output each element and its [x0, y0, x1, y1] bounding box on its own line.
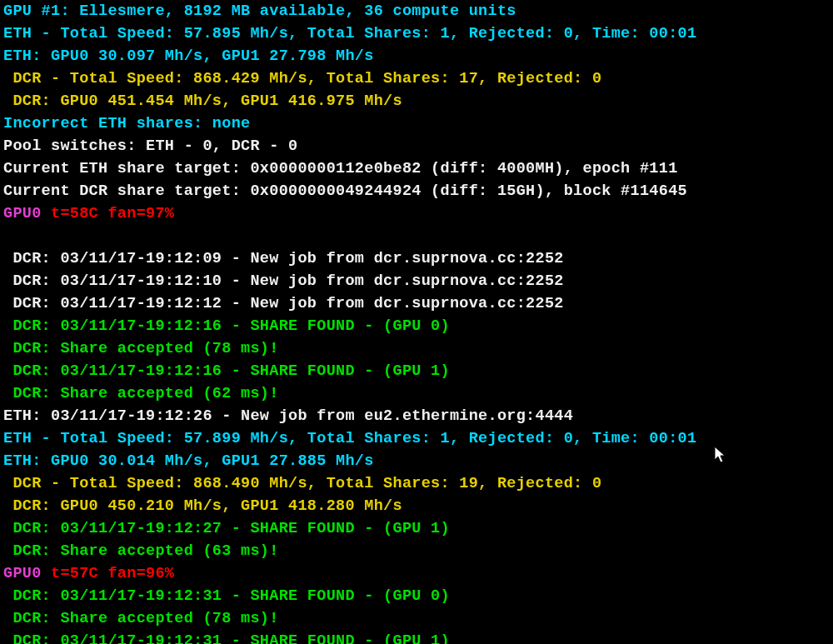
terminal-line: DCR: 03/11/17-19:12:31 - SHARE FOUND - (… [3, 585, 830, 607]
terminal-line: DCR: GPU0 450.210 Mh/s, GPU1 418.280 Mh/… [3, 495, 830, 517]
terminal-line: DCR: 03/11/17-19:12:16 - SHARE FOUND - (… [3, 360, 830, 382]
terminal-segment: DCR: 03/11/17-19:12:09 - New job from dc… [3, 250, 564, 267]
terminal-line: DCR: Share accepted (78 ms)! [3, 607, 830, 630]
terminal-line: GPU #1: Ellesmere, 8192 MB available, 36… [3, 0, 830, 22]
terminal-segment: t=57C fan=96% [42, 565, 175, 582]
terminal-line: DCR: Share accepted (62 ms)! [3, 382, 830, 405]
terminal-segment: ETH - Total Speed: 57.899 Mh/s, Total Sh… [3, 430, 696, 447]
terminal-line: DCR: 03/11/17-19:12:09 - New job from dc… [3, 247, 830, 270]
terminal-segment: DCR: 03/11/17-19:12:12 - New job from dc… [3, 295, 564, 312]
terminal-segment: DCR: Share accepted (63 ms)! [3, 542, 279, 560]
terminal-segment: DCR: GPU0 450.210 Mh/s, GPU1 418.280 Mh/… [3, 497, 402, 515]
terminal-line [3, 225, 830, 247]
terminal-line: DCR: 03/11/17-19:12:12 - New job from dc… [3, 292, 830, 315]
terminal-segment: DCR: 03/11/17-19:12:27 - SHARE FOUND - (… [3, 520, 450, 537]
terminal-line: Pool switches: ETH - 0, DCR - 0 [3, 135, 830, 157]
terminal-segment: GPU #1: Ellesmere, 8192 MB available, 36… [3, 2, 516, 20]
terminal-segment: Pool switches: ETH - 0, DCR - 0 [3, 137, 297, 155]
terminal-segment: DCR: 03/11/17-19:12:16 - SHARE FOUND - (… [3, 317, 450, 335]
terminal-line: GPU0 t=57C fan=96% [3, 562, 830, 585]
terminal-segment: ETH: GPU0 30.097 Mh/s, GPU1 27.798 Mh/s [3, 47, 374, 65]
terminal-line: Incorrect ETH shares: none [3, 112, 830, 135]
terminal-output: GPU #1: Ellesmere, 8192 MB available, 36… [0, 0, 833, 644]
terminal-line: DCR: 03/11/17-19:12:27 - SHARE FOUND - (… [3, 517, 830, 540]
terminal-segment: GPU0 [3, 565, 42, 582]
terminal-segment: Current DCR share target: 0x000000004924… [3, 182, 687, 200]
terminal-line: DCR: 03/11/17-19:12:10 - New job from dc… [3, 270, 830, 292]
terminal-line: DCR: 03/11/17-19:12:16 - SHARE FOUND - (… [3, 315, 830, 337]
terminal-segment: DCR: 03/11/17-19:12:16 - SHARE FOUND - (… [3, 362, 450, 380]
terminal-segment: ETH: GPU0 30.014 Mh/s, GPU1 27.885 Mh/s [3, 452, 374, 470]
terminal-segment: DCR: Share accepted (78 ms)! [3, 610, 279, 627]
terminal-segment: DCR: GPU0 451.454 Mh/s, GPU1 416.975 Mh/… [3, 92, 402, 110]
terminal-line: DCR: 03/11/17-19:12:31 - SHARE FOUND - (… [3, 630, 830, 644]
terminal-line: DCR: GPU0 451.454 Mh/s, GPU1 416.975 Mh/… [3, 90, 830, 112]
terminal-segment: DCR: Share accepted (62 ms)! [3, 385, 279, 402]
terminal-segment: Current ETH share target: 0x0000000112e0… [3, 160, 678, 177]
terminal-line: ETH - Total Speed: 57.895 Mh/s, Total Sh… [3, 22, 830, 45]
terminal-line: DCR - Total Speed: 868.429 Mh/s, Total S… [3, 67, 830, 90]
terminal-segment [3, 227, 12, 245]
terminal-segment: Incorrect ETH shares: none [3, 115, 250, 132]
terminal-line: ETH: 03/11/17-19:12:26 - New job from eu… [3, 405, 830, 427]
terminal-segment: DCR: 03/11/17-19:12:31 - SHARE FOUND - (… [3, 587, 450, 605]
terminal-segment: DCR - Total Speed: 868.490 Mh/s, Total S… [3, 475, 601, 492]
terminal-line: GPU0 t=58C fan=97% [3, 202, 830, 225]
terminal-line: Current ETH share target: 0x0000000112e0… [3, 157, 830, 180]
terminal-line: DCR: Share accepted (63 ms)! [3, 540, 830, 562]
terminal-line: DCR - Total Speed: 868.490 Mh/s, Total S… [3, 472, 830, 495]
terminal-segment: t=58C fan=97% [42, 205, 175, 222]
terminal-segment: DCR - Total Speed: 868.429 Mh/s, Total S… [3, 70, 601, 87]
terminal-segment: ETH: 03/11/17-19:12:26 - New job from eu… [3, 407, 573, 425]
terminal-segment: GPU0 [3, 205, 42, 222]
terminal-segment: ETH - Total Speed: 57.895 Mh/s, Total Sh… [3, 25, 696, 42]
terminal-segment: DCR: 03/11/17-19:12:31 - SHARE FOUND - (… [3, 632, 450, 644]
terminal-segment: DCR: 03/11/17-19:12:10 - New job from dc… [3, 272, 564, 290]
terminal-line: ETH - Total Speed: 57.899 Mh/s, Total Sh… [3, 427, 830, 450]
terminal-line: Current DCR share target: 0x000000004924… [3, 180, 830, 202]
terminal-line: ETH: GPU0 30.014 Mh/s, GPU1 27.885 Mh/s [3, 450, 830, 472]
terminal-line: DCR: Share accepted (78 ms)! [3, 337, 830, 360]
terminal-line: ETH: GPU0 30.097 Mh/s, GPU1 27.798 Mh/s [3, 45, 830, 67]
terminal-segment: DCR: Share accepted (78 ms)! [3, 340, 279, 357]
